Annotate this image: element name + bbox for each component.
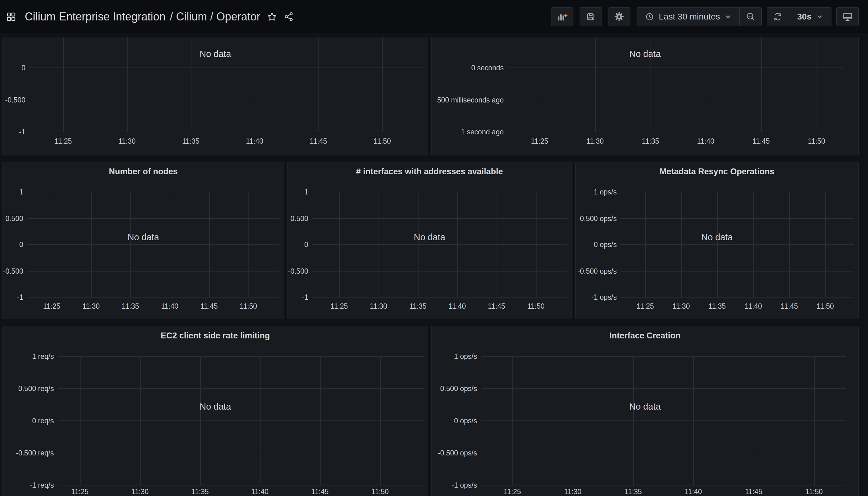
- share-button[interactable]: [282, 10, 295, 24]
- apps-menu-button[interactable]: [4, 10, 18, 24]
- x-tick-label: 11:30: [550, 487, 596, 496]
- no-data-message: No data: [3, 401, 428, 412]
- panel-title[interactable]: Interface Creation: [431, 331, 858, 341]
- x-tick-label: 11:35: [177, 487, 223, 496]
- v-gridline: [536, 192, 536, 297]
- panel-untitled-panel-1: 0-0.500-111:2511:3011:3511:4011:4511:50N…: [2, 37, 428, 155]
- v-gridline: [693, 356, 694, 485]
- add-panel-button[interactable]: [551, 7, 574, 26]
- circular-arrows-icon: [773, 12, 783, 22]
- h-gridline: [312, 218, 567, 219]
- save-dashboard-button[interactable]: [580, 7, 602, 26]
- panel-title[interactable]: # interfaces with addresses available: [288, 167, 571, 176]
- no-data-message: No data: [288, 232, 571, 243]
- breadcrumb-dashboard-title[interactable]: Cilium Enterprise Integration: [25, 10, 165, 23]
- y-tick-label: -0.500: [288, 267, 308, 276]
- x-tick-label: 11:50: [225, 302, 272, 311]
- x-tick-label: 11:50: [359, 137, 406, 145]
- v-gridline: [339, 192, 340, 297]
- v-gridline: [753, 192, 754, 297]
- v-gridline: [209, 192, 210, 297]
- y-tick-label: 0.500 req/s: [3, 384, 54, 393]
- h-gridline: [312, 192, 567, 192]
- kiosk-mode-button[interactable]: [836, 7, 859, 26]
- h-gridline: [27, 271, 279, 272]
- h-gridline: [481, 453, 846, 453]
- dashboard-canvas: 0-0.500-111:2511:3011:3511:4011:4511:50N…: [0, 0, 868, 496]
- y-tick-label: -1: [288, 293, 308, 301]
- h-gridline: [507, 131, 843, 132]
- panel-title[interactable]: Number of nodes: [3, 167, 284, 176]
- v-gridline: [131, 192, 131, 297]
- panel-title[interactable]: Metadata Resync Operations: [576, 167, 858, 176]
- y-tick-label: 0.500 ops/s: [431, 384, 477, 393]
- x-tick-label: 11:45: [295, 137, 342, 145]
- y-tick-label: -0.500: [3, 267, 23, 276]
- refresh-interval-button[interactable]: 30s: [789, 8, 831, 26]
- favorite-button[interactable]: [265, 10, 279, 24]
- y-tick-label: 1: [3, 188, 23, 196]
- h-gridline: [481, 356, 846, 357]
- h-gridline: [621, 297, 854, 297]
- y-tick-label: 0.500 ops/s: [576, 214, 617, 223]
- panel-metadata-resync-operations: Metadata Resync Operations1 ops/s0.500 o…: [575, 161, 859, 319]
- time-range-button[interactable]: Last 30 minutes: [637, 8, 740, 26]
- panel-title[interactable]: EC2 client side rate limiting: [3, 331, 428, 341]
- v-gridline: [379, 192, 379, 297]
- clock-icon: [645, 12, 654, 21]
- v-gridline: [418, 192, 418, 297]
- y-tick-label: -1: [3, 293, 23, 301]
- h-gridline: [312, 297, 567, 297]
- y-tick-label: -1 req/s: [3, 481, 54, 490]
- share-icon: [284, 12, 294, 22]
- dashboard-settings-button[interactable]: [608, 7, 630, 26]
- x-tick-label: 11:45: [730, 487, 777, 496]
- v-gridline: [717, 192, 718, 297]
- time-range-zoom-out-button[interactable]: [740, 8, 761, 26]
- time-range-picker: Last 30 minutes: [637, 7, 762, 26]
- breadcrumb-folder-path[interactable]: / Cilium / Operator: [170, 10, 260, 23]
- y-tick-label: 1 ops/s: [576, 188, 617, 196]
- magnifier-minus-icon: [746, 12, 756, 22]
- h-gridline: [621, 192, 854, 192]
- y-tick-label: 1 ops/s: [431, 352, 477, 361]
- x-tick-label: 11:35: [627, 137, 674, 145]
- no-data-message: No data: [3, 49, 428, 59]
- navbar-toolbar: Last 30 minutes: [545, 7, 859, 26]
- no-data-message: No data: [431, 401, 858, 412]
- v-gridline: [789, 192, 790, 297]
- h-gridline: [58, 420, 424, 421]
- x-tick-label: 11:45: [297, 487, 343, 496]
- v-gridline: [457, 192, 458, 297]
- v-gridline: [170, 192, 170, 297]
- v-gridline: [380, 356, 381, 485]
- y-tick-label: -1 ops/s: [431, 481, 477, 490]
- v-gridline: [573, 356, 574, 485]
- refresh-button[interactable]: [767, 8, 789, 26]
- breadcrumb: Cilium Enterprise Integration / Cilium /…: [25, 10, 260, 23]
- chevron-down-icon: [725, 13, 731, 20]
- bar-chart-plus-icon: [557, 12, 568, 22]
- h-gridline: [29, 131, 425, 132]
- top-navbar: Cilium Enterprise Integration / Cilium /…: [0, 0, 868, 33]
- x-tick-label: 11:30: [572, 137, 618, 145]
- h-gridline: [312, 244, 567, 245]
- x-tick-label: 11:30: [104, 137, 150, 145]
- y-tick-label: -0.500 ops/s: [576, 267, 617, 276]
- h-gridline: [27, 218, 279, 219]
- x-tick-label: 11:25: [516, 137, 563, 145]
- h-gridline: [27, 244, 279, 245]
- x-tick-label: 11:40: [231, 137, 278, 145]
- y-tick-label: 0 seconds: [431, 63, 504, 72]
- x-tick-label: 11:25: [57, 487, 103, 496]
- panel-ec2-client-side-rate-limiting: EC2 client side rate limiting1 req/s0.50…: [2, 326, 428, 496]
- panel-interfaces-with-addresses: # interfaces with addresses available10.…: [288, 161, 572, 319]
- gear-icon: [614, 12, 624, 22]
- h-gridline: [507, 67, 843, 68]
- x-tick-label: 11:25: [40, 137, 87, 145]
- x-tick-label: 11:40: [237, 487, 283, 496]
- v-gridline: [320, 356, 321, 485]
- x-tick-label: 11:50: [791, 487, 837, 496]
- v-gridline: [497, 192, 497, 297]
- y-tick-label: 0 req/s: [3, 416, 54, 425]
